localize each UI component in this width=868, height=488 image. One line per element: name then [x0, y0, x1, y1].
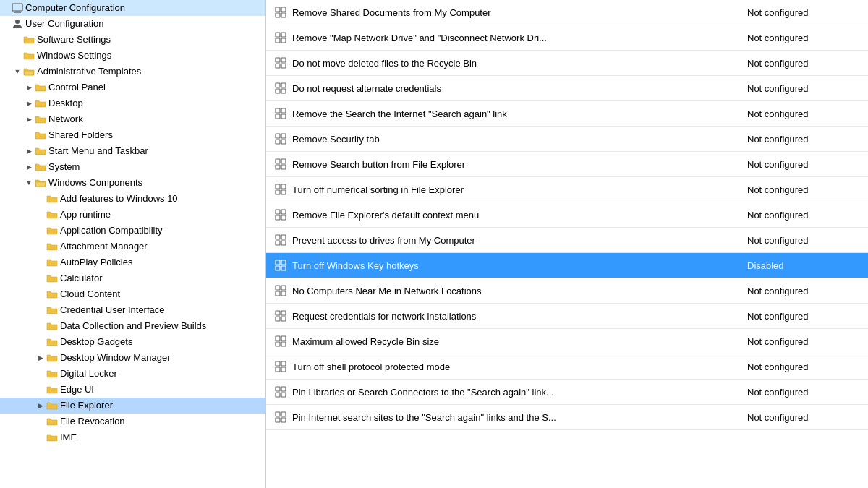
- policy-row[interactable]: Remove Shared Documents from My Computer…: [266, 0, 868, 25]
- tree-item-file-explorer[interactable]: ▶ File Explorer: [0, 398, 265, 414]
- tree-item-system[interactable]: ▶ System: [0, 159, 265, 175]
- policy-row[interactable]: Remove Security tabNot configured: [266, 127, 868, 152]
- folder-open-icon: [35, 177, 46, 189]
- svg-rect-24: [276, 134, 280, 138]
- policy-row[interactable]: Remove "Map Network Drive" and "Disconne…: [266, 25, 868, 51]
- tree-item-label: Application Compatibility: [60, 224, 163, 237]
- tree-item-label: Windows Components: [48, 176, 142, 189]
- policy-row[interactable]: Maximum allowed Recycle Bin sizeNot conf…: [266, 329, 868, 354]
- tree-item-attach-manager[interactable]: Attachment Manager: [0, 239, 265, 254]
- tree-item-credential-ui[interactable]: Credential User Interface: [0, 302, 265, 318]
- svg-rect-43: [281, 241, 286, 245]
- tree-item-app-compat[interactable]: Application Compatibility: [0, 223, 265, 239]
- folder-icon: [46, 432, 58, 443]
- policy-row[interactable]: Remove Search button from File ExplorerN…: [266, 152, 868, 177]
- tree-item-label: AutoPlay Policies: [60, 256, 132, 269]
- policy-grid-icon: [274, 411, 287, 424]
- svg-rect-47: [281, 266, 286, 270]
- policy-row[interactable]: Pin Internet search sites to the "Search…: [266, 405, 868, 430]
- policy-row[interactable]: Do not request alternate credentialsNot …: [266, 76, 868, 101]
- policy-icon: [266, 259, 289, 272]
- policy-icon: [266, 284, 289, 297]
- policy-row[interactable]: Remove File Explorer's default context m…: [266, 202, 868, 228]
- svg-rect-11: [281, 38, 286, 43]
- policy-state: Not configured: [741, 359, 868, 375]
- policy-row[interactable]: Remove the Search the Internet "Search a…: [266, 101, 868, 127]
- svg-rect-52: [276, 311, 280, 315]
- svg-rect-54: [276, 317, 280, 321]
- tree-item-desktop-gadgets[interactable]: Desktop Gadgets: [0, 334, 265, 350]
- policy-row[interactable]: Turn off Windows Key hotkeysDisabled: [266, 253, 868, 278]
- policy-name: Remove Search button from File Explorer: [289, 156, 741, 173]
- policy-state: Not configured: [741, 80, 868, 97]
- tree-item-desktop-wm[interactable]: ▶ Desktop Window Manager: [0, 350, 265, 366]
- policy-grid-icon: [274, 259, 287, 272]
- svg-rect-70: [276, 418, 280, 422]
- policy-icon: [266, 183, 289, 196]
- tree-item-label: System: [48, 160, 80, 174]
- chevron-icon[interactable]: ▶: [25, 99, 33, 108]
- folder-icon: [23, 50, 35, 61]
- tree-item-admin-templates[interactable]: ▼ Administrative Templates: [0, 64, 265, 80]
- policy-state: Not configured: [741, 333, 868, 350]
- chevron-icon[interactable]: ▶: [25, 115, 33, 124]
- svg-rect-64: [276, 387, 280, 391]
- tree-item-ime[interactable]: IME: [0, 429, 265, 445]
- tree-item-network[interactable]: ▶ Network: [0, 111, 265, 127]
- tree-item-shared-folders[interactable]: Shared Folders: [0, 127, 265, 143]
- tree-item-control-panel[interactable]: ▶ Control Panel: [0, 80, 265, 95]
- svg-rect-71: [281, 418, 286, 422]
- tree-item-file-revocation[interactable]: File Revocation: [0, 414, 265, 429]
- svg-rect-53: [281, 311, 286, 315]
- chevron-icon[interactable]: ▶: [25, 163, 33, 171]
- tree-item-digital-locker[interactable]: Digital Locker: [0, 366, 265, 382]
- tree-item-label: Administrative Templates: [37, 65, 141, 78]
- tree-panel[interactable]: Computer Configuration User Configuratio…: [0, 0, 266, 488]
- folder-icon: [46, 225, 58, 236]
- folder-icon: [46, 209, 58, 221]
- policy-icon: [266, 158, 289, 171]
- tree-item-calculator[interactable]: Calculator: [0, 270, 265, 286]
- tree-item-windows-components[interactable]: ▼ Windows Components: [0, 175, 265, 191]
- tree-item-autoplay[interactable]: AutoPlay Policies: [0, 254, 265, 270]
- tree-item-windows-settings[interactable]: Windows Settings: [0, 48, 265, 64]
- policy-row[interactable]: Pin Libraries or Search Connectors to th…: [266, 380, 868, 405]
- chevron-icon[interactable]: ▶: [36, 354, 45, 362]
- svg-rect-68: [276, 412, 280, 416]
- tree-item-user-config[interactable]: User Configuration: [0, 16, 265, 32]
- svg-rect-26: [276, 140, 280, 144]
- policy-grid-icon: [274, 385, 287, 398]
- tree-item-label: Desktop Window Manager: [60, 351, 170, 364]
- svg-rect-45: [281, 260, 286, 265]
- chevron-icon[interactable]: ▼: [25, 179, 33, 187]
- chevron-icon[interactable]: ▼: [13, 67, 22, 76]
- tree-item-add-features[interactable]: Add features to Windows 10: [0, 191, 265, 207]
- policy-name: Remove Security tab: [289, 131, 741, 147]
- policy-list-panel[interactable]: Remove Shared Documents from My Computer…: [266, 0, 868, 488]
- policy-icon: [266, 385, 289, 398]
- tree-item-start-menu[interactable]: ▶ Start Menu and Taskbar: [0, 143, 265, 159]
- chevron-icon[interactable]: ▶: [25, 83, 33, 92]
- chevron-icon[interactable]: ▶: [25, 147, 33, 155]
- tree-item-software-settings[interactable]: Software Settings: [0, 32, 265, 48]
- tree-item-label: Windows Settings: [37, 49, 111, 62]
- policy-name: Maximum allowed Recycle Bin size: [289, 333, 741, 350]
- policy-name: Request credentials for network installa…: [289, 308, 741, 325]
- tree-item-cloud-content[interactable]: Cloud Content: [0, 286, 265, 302]
- svg-rect-57: [281, 336, 286, 341]
- tree-item-computer-config[interactable]: Computer Configuration: [0, 0, 265, 16]
- policy-row[interactable]: No Computers Near Me in Network Location…: [266, 278, 868, 304]
- tree-item-data-collection[interactable]: Data Collection and Preview Builds: [0, 318, 265, 334]
- policy-icon: [266, 82, 289, 95]
- chevron-icon[interactable]: ▶: [36, 401, 45, 410]
- tree-item-edge-ui[interactable]: Edge UI: [0, 382, 265, 398]
- policy-row[interactable]: Prevent access to drives from My Compute…: [266, 228, 868, 253]
- tree-item-app-runtime[interactable]: App runtime: [0, 207, 265, 223]
- policy-grid-icon: [274, 360, 287, 373]
- tree-item-desktop[interactable]: ▶ Desktop: [0, 95, 265, 111]
- policy-row[interactable]: Turn off numerical sorting in File Explo…: [266, 177, 868, 202]
- policy-row[interactable]: Do not move deleted files to the Recycle…: [266, 51, 868, 76]
- svg-rect-55: [281, 317, 286, 321]
- policy-row[interactable]: Turn off shell protocol protected modeNo…: [266, 354, 868, 380]
- policy-row[interactable]: Request credentials for network installa…: [266, 304, 868, 329]
